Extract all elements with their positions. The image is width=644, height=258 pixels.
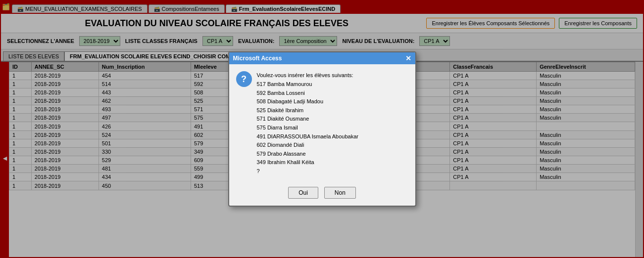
modal-student-item: 592 Bamba Losseni — [257, 89, 358, 98]
modal-text: Voulez-vous insérer les élèves suivants:… — [257, 71, 358, 175]
btn-oui[interactable]: Oui — [288, 187, 318, 199]
modal-overlay: Microsoft Access ✕ ? Voulez-vous insérer… — [0, 0, 644, 258]
modal-student-item: 579 Drabo Alassane — [257, 150, 358, 159]
modal-student-item: 517 Bamba Mamourou — [257, 80, 358, 89]
modal-body: ? Voulez-vous insérer les élèves suivant… — [229, 64, 415, 182]
btn-non[interactable]: Non — [324, 187, 356, 199]
modal-title: Microsoft Access — [233, 55, 282, 62]
modal-buttons: Oui Non — [229, 183, 415, 206]
modal-student-item: 571 Diakité Ousmane — [257, 115, 358, 124]
modal-question-icon: ? — [236, 71, 252, 87]
modal-student-item: 525 Diakité Ibrahim — [257, 106, 358, 115]
modal-title-bar: Microsoft Access ✕ — [229, 52, 415, 64]
modal-student-item: 508 Diabagaté Ladji Madou — [257, 97, 358, 106]
modal-dialog: Microsoft Access ✕ ? Voulez-vous insérer… — [228, 51, 416, 206]
modal-student-item: 602 Diomandé Diali — [257, 141, 358, 150]
modal-question: Voulez-vous insérer les élèves suivants: — [257, 71, 358, 80]
modal-student-item: 575 Diarra Ismail — [257, 124, 358, 132]
modal-student-item: 349 Ibrahim Khalil Kéita — [257, 158, 358, 167]
modal-student-item: 491 DIARRASSOUBA Ismaela Aboubakar — [257, 132, 358, 141]
modal-student-item: ? — [257, 167, 358, 176]
modal-close-button[interactable]: ✕ — [405, 54, 411, 62]
